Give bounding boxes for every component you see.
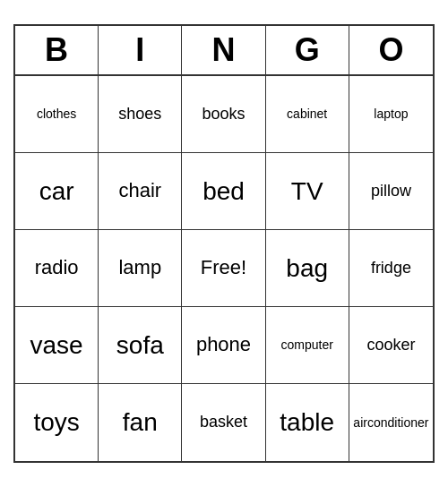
grid-cell-r0-c0: clothes xyxy=(15,76,99,153)
grid-cell-r0-c2: books xyxy=(182,76,265,153)
bingo-header: BINGO xyxy=(15,26,433,76)
grid-cell-r4-c4: airconditioner xyxy=(349,384,433,461)
header-cell-I: I xyxy=(99,26,182,74)
header-cell-O: O xyxy=(349,26,433,74)
grid-cell-r3-c2: phone xyxy=(182,307,265,384)
grid-cell-r2-c4: fridge xyxy=(349,230,433,307)
grid-cell-r3-c0: vase xyxy=(15,307,99,384)
grid-cell-r4-c3: table xyxy=(266,384,349,461)
grid-cell-r1-c0: car xyxy=(15,153,99,230)
grid-cell-r4-c2: basket xyxy=(182,384,265,461)
grid-cell-r2-c2: Free! xyxy=(182,230,265,307)
bingo-card: BINGO clothesshoesbookscabinetlaptopcarc… xyxy=(13,24,435,463)
grid-cell-r0-c4: laptop xyxy=(349,76,433,153)
grid-cell-r3-c1: sofa xyxy=(99,307,182,384)
bingo-grid: clothesshoesbookscabinetlaptopcarchairbe… xyxy=(15,76,433,461)
grid-cell-r1-c4: pillow xyxy=(349,153,433,230)
grid-cell-r2-c3: bag xyxy=(266,230,349,307)
header-cell-N: N xyxy=(182,26,265,74)
grid-cell-r0-c1: shoes xyxy=(99,76,182,153)
grid-cell-r2-c1: lamp xyxy=(99,230,182,307)
header-cell-G: G xyxy=(266,26,349,74)
grid-cell-r3-c3: computer xyxy=(266,307,349,384)
grid-cell-r2-c0: radio xyxy=(15,230,99,307)
grid-cell-r1-c3: TV xyxy=(266,153,349,230)
grid-cell-r0-c3: cabinet xyxy=(266,76,349,153)
grid-cell-r4-c1: fan xyxy=(99,384,182,461)
grid-cell-r3-c4: cooker xyxy=(349,307,433,384)
grid-cell-r1-c2: bed xyxy=(182,153,265,230)
grid-cell-r4-c0: toys xyxy=(15,384,99,461)
header-cell-B: B xyxy=(15,26,99,74)
grid-cell-r1-c1: chair xyxy=(99,153,182,230)
